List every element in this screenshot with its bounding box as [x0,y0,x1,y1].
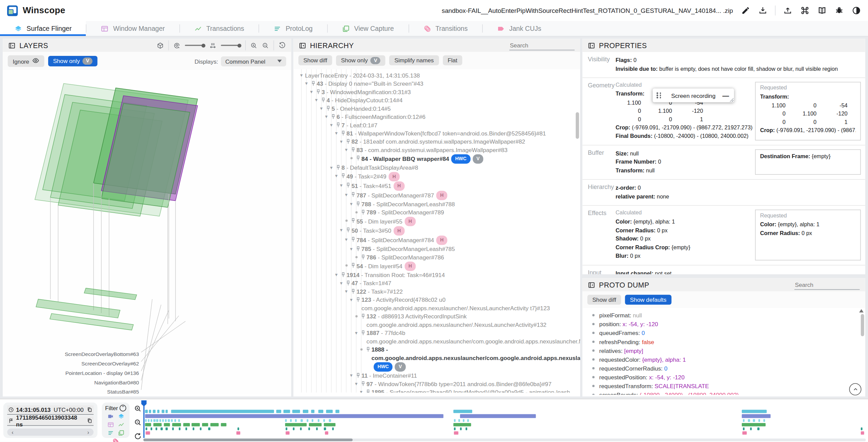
window-manager-track-segment[interactable] [154,419,155,422]
expand-toggle-icon[interactable]: ▾ [333,271,340,279]
pin-icon[interactable] [325,104,332,111]
pin-icon[interactable] [350,261,357,268]
spiral-icon[interactable] [112,438,119,442]
expand-toggle-icon[interactable]: ▾ [343,235,350,244]
pin-icon[interactable] [360,329,367,336]
pin-icon[interactable] [360,208,367,215]
transitions-track-segment[interactable] [325,431,329,435]
transactions-track-segment[interactable] [742,423,765,426]
zoom-out-icon[interactable] [262,42,269,49]
layers-icon[interactable] [118,413,124,420]
docs-icon[interactable] [817,5,827,15]
tab-view-capture[interactable]: View Capture [328,21,408,36]
transactions-track-segment[interactable] [172,423,181,426]
transactions-track-segment[interactable] [285,423,307,426]
screen-recording-track-segment[interactable] [453,410,472,413]
tree-node-49[interactable]: ▾49 - Task=2#49H [293,172,580,181]
tree-node-786[interactable]: 786 - SplitDecorManager#786 [293,253,580,261]
window-manager-track-segment[interactable] [329,419,331,422]
protolog-track-segment[interactable] [316,427,318,430]
timeline-reset-zoom-icon[interactable] [133,431,143,441]
screen-recording-track-segment[interactable] [326,410,333,413]
protolog-track-segment[interactable] [156,427,157,430]
next-frame-button[interactable]: › [87,429,89,435]
screen-recording-track-segment[interactable] [157,410,159,413]
protolog-track-segment[interactable] [454,427,456,430]
copy-icon[interactable] [87,407,92,413]
window-manager-track-segment[interactable] [145,419,146,422]
window-manager-track-segment[interactable] [454,419,456,422]
pin-icon[interactable] [310,80,317,86]
collapse-filter-icon[interactable]: ⌃ [120,405,126,412]
tab-surface-flinger[interactable]: Surface Flinger [0,21,86,36]
transactions-track-segment[interactable] [145,423,151,426]
transitions-track-segment[interactable] [742,431,747,435]
hierarchy-search-input[interactable] [509,41,575,50]
tree-node-43[interactable]: ▾43 - Display 0 name="Built-in Screen"#4… [293,80,580,88]
zoom-in-icon[interactable] [250,42,257,49]
pin-icon[interactable] [345,279,352,286]
window-manager-track-segment[interactable] [463,419,465,422]
protolog-track-segment[interactable] [332,427,334,430]
protolog-track-segment[interactable] [293,427,295,430]
ignore-button[interactable]: Ignore [8,55,44,67]
tree-node-83[interactable]: ▾83 - com.android.systemui.wallpapers.Im… [293,146,580,154]
window-manager-track-segment[interactable] [312,419,313,422]
pin-icon[interactable] [345,138,352,144]
protolog-track-segment[interactable] [861,427,863,430]
expand-toggle-icon[interactable]: ▾ [358,388,365,393]
expand-toggle-icon[interactable]: ▾ [323,113,330,121]
tree-node-50[interactable]: ▾50 - Task=3#50H [293,226,580,235]
clock-time-row[interactable]: 14:31:05.013 UTC+00:00 [7,405,94,415]
expand-toggle-icon[interactable]: ▾ [338,181,345,189]
pin-icon[interactable] [355,154,362,161]
protolog-track-segment[interactable] [172,427,174,430]
timeline-scrollbar-thumb[interactable] [143,439,353,441]
transactions-track-segment[interactable] [154,423,161,426]
window-manager-track-segment[interactable] [317,419,319,422]
pin-icon[interactable] [355,296,362,302]
window-manager-track-segment[interactable] [151,419,152,422]
transactions-track-segment[interactable] [453,423,471,426]
protolog-track-segment[interactable] [145,427,147,430]
transitions-track-segment[interactable] [454,431,458,435]
window-manager-track-segment[interactable] [458,419,460,422]
expand-toggle-icon[interactable]: ▾ [338,138,345,146]
tree-node-6[interactable]: ▾6 - FullscreenMagnification:0:12#6 [293,113,580,121]
window-manager-track-segment[interactable] [290,419,292,422]
transactions-track-segment[interactable] [324,423,336,426]
protolog-track-segment[interactable] [185,427,187,430]
proto-entry-requestedPosition[interactable]: requestedPosition: x: -54, y: -120 [592,373,865,381]
drag-handle-icon[interactable] [656,92,664,98]
tree-node-97[interactable]: ▾97 - WindowToken{7f78b6b type=2011 andr… [293,380,580,388]
pin-icon[interactable] [365,388,372,393]
protolog-track-segment[interactable] [300,427,302,430]
expand-toggle-icon[interactable]: ▾ [313,96,320,104]
pin-icon[interactable] [340,129,347,136]
window-manager-track-segment[interactable] [295,419,297,422]
screen-recording-track-segment[interactable] [171,410,274,413]
screen-recording-track-segment[interactable] [149,410,151,413]
layer-label[interactable]: StatusBar#85 [107,389,139,394]
copy-icon[interactable] [87,418,92,423]
chart-icon[interactable] [118,421,124,428]
pin-icon[interactable] [350,288,357,294]
expand-toggle-icon[interactable]: ▾ [333,129,340,138]
window-manager-track-segment[interactable] [148,419,150,422]
proto-entry-requestedTransform[interactable]: requestedTransform: SCALE|TRANSLATE [592,382,865,391]
transitions-track-segment[interactable] [286,431,290,435]
expand-toggle-icon[interactable]: ▾ [343,288,350,296]
hierarchy-filter-flat[interactable]: Flat [443,56,462,65]
window-manager-track-segment[interactable] [168,419,170,422]
window-manager-track-segment[interactable] [753,419,755,422]
proto-entry-requestedColor[interactable]: requestedColor: {empty}, alpha: 1 [592,355,865,364]
expand-toggle-icon[interactable]: ▾ [308,88,315,96]
pin-icon[interactable] [355,245,362,252]
protolog-track-segment[interactable] [750,427,752,430]
tree-node-11[interactable]: ▾11 - ImeContainer#11 [293,372,580,380]
proto-search-input[interactable] [794,280,860,290]
transactions-track-segment[interactable] [211,423,218,426]
displays-select[interactable]: Common Panel [221,56,286,66]
rotate-view-icon[interactable] [173,42,180,49]
proto-entry-screenBounds[interactable]: screenBounds: (-10800, -24000) - (10800,… [592,391,865,395]
